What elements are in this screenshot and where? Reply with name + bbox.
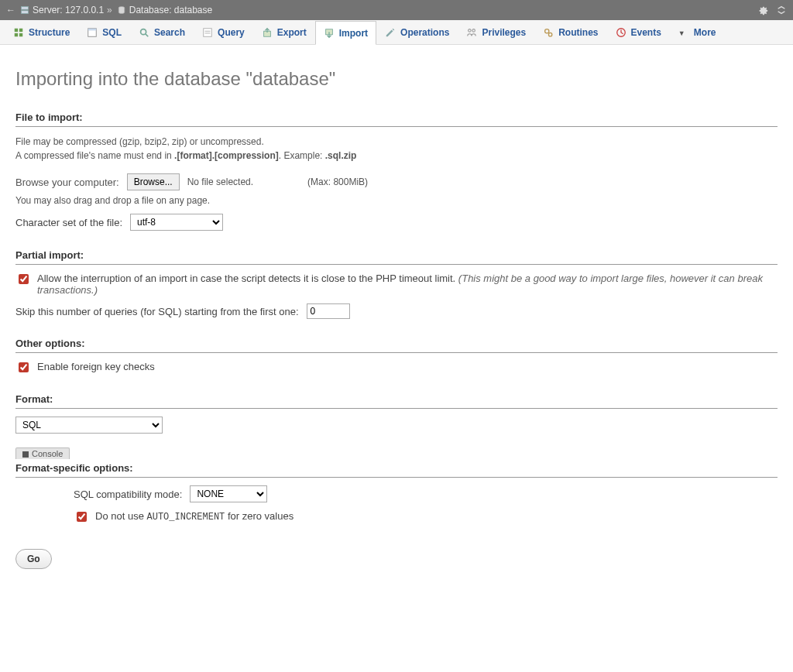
allow-interrupt-label: Allow the interruption of an import in c… — [37, 273, 455, 284]
go-button[interactable]: Go — [15, 549, 52, 569]
tab-label: SQL — [102, 27, 122, 38]
tab-more[interactable]: ▼More — [670, 20, 725, 44]
back-arrow[interactable]: ← — [6, 5, 15, 15]
sql-icon — [87, 27, 98, 38]
events-icon — [616, 27, 627, 38]
svg-rect-11 — [204, 29, 212, 37]
charset-select[interactable]: utf-8 — [130, 214, 223, 231]
browse-label: Browse your computer: — [15, 177, 119, 188]
tab-export[interactable]: Export — [253, 20, 315, 44]
database-icon — [117, 5, 126, 15]
section-format-specific: Format-specific options: — [15, 462, 778, 478]
tab-label: Import — [339, 28, 368, 39]
tab-search[interactable]: Search — [130, 20, 194, 44]
file-note-line1: File may be compressed (gzip, bzip2, zip… — [15, 136, 264, 147]
collapse-icon[interactable] — [776, 5, 787, 15]
drag-drop-note: You may also drag and drop a file on any… — [15, 195, 778, 206]
breadcrumb-bar: ← Server: 127.0.0.1 » Database: database — [0, 0, 793, 20]
svg-rect-0 — [22, 7, 29, 10]
section-file-to-import: File to import: — [15, 111, 778, 127]
routines-icon — [543, 27, 554, 38]
tab-label: More — [694, 27, 716, 38]
gear-icon[interactable] — [757, 5, 768, 15]
query-icon — [202, 27, 213, 38]
svg-point-19 — [549, 33, 552, 36]
file-note-line2c: . Example: — [279, 150, 325, 161]
structure-icon — [13, 27, 24, 38]
main-content: Importing into the database "database" F… — [0, 45, 793, 588]
browse-button[interactable]: Browse... — [127, 173, 180, 190]
database-label: Database: — [129, 5, 172, 15]
svg-rect-6 — [19, 33, 22, 36]
file-compressed-note: File may be compressed (gzip, bzip2, zip… — [15, 135, 778, 163]
import-icon — [324, 28, 335, 39]
no-file-selected: No file selected. — [187, 177, 253, 187]
fk-label: Enable foreign key checks — [37, 361, 155, 372]
server-label: Server: — [33, 5, 63, 15]
more-icon: ▼ — [678, 27, 689, 38]
file-note-example: .sql.zip — [325, 150, 357, 161]
server-value[interactable]: 127.0.0.1 — [65, 5, 104, 15]
svg-rect-1 — [22, 11, 29, 14]
allow-interrupt-text: Allow the interruption of an import in c… — [37, 273, 778, 296]
auto-increment-label: Do not use AUTO_INCREMENT for zero value… — [95, 510, 294, 523]
tab-label: Privileges — [482, 27, 526, 38]
breadcrumb-sep: » — [107, 5, 112, 15]
skip-queries-label: Skip this number of queries (for SQL) st… — [15, 306, 299, 317]
tab-import[interactable]: Import — [315, 21, 376, 45]
tab-label: Query — [218, 27, 245, 38]
tab-routines[interactable]: Routines — [534, 20, 606, 44]
auto-inc-text-a: Do not use — [95, 510, 147, 522]
section-other-options: Other options: — [15, 338, 778, 353]
svg-rect-5 — [15, 33, 18, 36]
console-label: Console — [32, 449, 63, 458]
svg-rect-3 — [15, 29, 18, 32]
operations-icon — [385, 27, 396, 38]
svg-rect-4 — [19, 29, 22, 32]
auto-inc-code: AUTO_INCREMENT — [147, 512, 225, 523]
tab-label: Events — [631, 27, 661, 38]
file-note-line2a: A compressed file's name must end in — [15, 150, 174, 161]
tab-label: Export — [277, 27, 307, 38]
search-icon — [139, 27, 149, 38]
sql-compat-select[interactable]: NONE — [190, 485, 267, 502]
auto-inc-text-b: for zero values — [225, 510, 294, 522]
section-format: Format: — [15, 393, 778, 409]
tab-label: Operations — [400, 27, 449, 38]
fk-checkbox[interactable] — [19, 362, 29, 372]
format-select[interactable]: SQL — [15, 417, 163, 434]
tab-label: Structure — [29, 27, 70, 38]
console-tab[interactable]: Console — [15, 447, 70, 459]
tab-label: Routines — [558, 27, 598, 38]
svg-point-16 — [469, 29, 472, 33]
export-icon — [262, 27, 273, 38]
tab-query[interactable]: Query — [194, 20, 253, 44]
tab-privileges[interactable]: Privileges — [458, 20, 534, 44]
auto-increment-checkbox[interactable] — [77, 512, 87, 522]
svg-line-10 — [146, 34, 149, 37]
privileges-icon — [466, 27, 477, 38]
tab-events[interactable]: Events — [607, 20, 670, 44]
svg-point-9 — [141, 29, 146, 35]
tab-sql[interactable]: SQL — [78, 20, 130, 44]
tab-label: Search — [154, 27, 185, 38]
svg-rect-8 — [88, 29, 97, 31]
section-partial-import: Partial import: — [15, 249, 778, 265]
tab-structure[interactable]: Structure — [5, 20, 78, 44]
svg-point-18 — [545, 29, 549, 33]
allow-interrupt-checkbox[interactable] — [19, 274, 29, 284]
tab-bar: StructureSQLSearchQueryExportImportOpera… — [0, 20, 793, 45]
skip-queries-input[interactable] — [307, 303, 350, 319]
max-size: (Max: 800MiB) — [307, 177, 368, 187]
sql-compat-label: SQL compatibility mode: — [74, 489, 182, 500]
database-value[interactable]: database — [174, 5, 212, 15]
svg-point-17 — [472, 29, 475, 33]
console-icon — [22, 451, 29, 458]
page-title: Importing into the database "database" — [15, 68, 778, 90]
charset-label: Character set of the file: — [15, 217, 122, 228]
file-note-format: .[format].[compression] — [174, 150, 279, 161]
tab-operations[interactable]: Operations — [376, 20, 458, 44]
server-icon — [20, 5, 29, 15]
